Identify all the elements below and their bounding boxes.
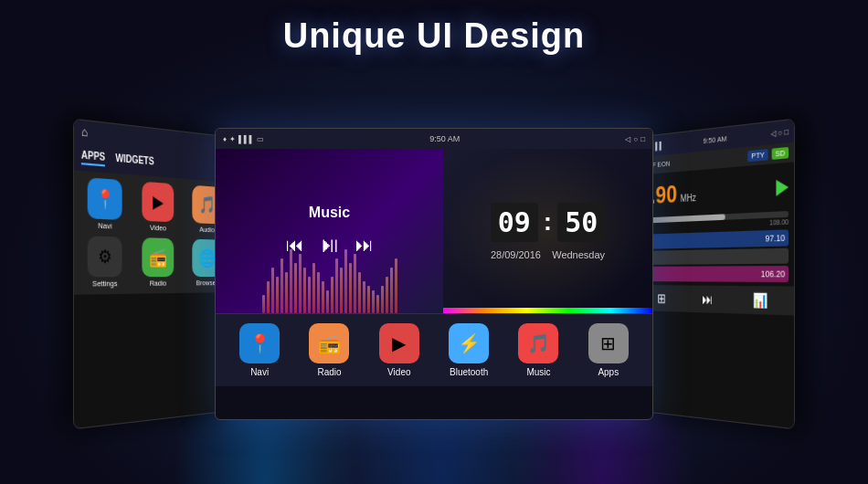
bottom-video-icon: ▶ bbox=[379, 323, 419, 363]
rewind-button[interactable]: ⏮ bbox=[286, 235, 304, 256]
location-icon: ♦ bbox=[223, 135, 227, 143]
clock-area: 09 : 50 28/09/2016 Wednesday bbox=[443, 149, 652, 313]
bottom-navi-icon: 📍 bbox=[239, 323, 280, 363]
station-item-2[interactable]: .90 bbox=[640, 248, 789, 265]
page-title: Unique UI Design bbox=[0, 16, 868, 56]
freq-unit: MHz bbox=[681, 193, 696, 205]
right-status-time: 9:50 AM bbox=[704, 133, 727, 144]
home-icon: ⌂ bbox=[81, 124, 88, 140]
app-radio[interactable]: 📻 Radio bbox=[134, 237, 181, 288]
right-content: ♦ ✦ ▌▌▌ 9:50 AM ◁ ○ □ ST AF EON PTY SD 8… bbox=[636, 120, 794, 428]
sd-badge: SD bbox=[772, 147, 789, 160]
right-screen: ♦ ✦ ▌▌▌ 9:50 AM ◁ ○ □ ST AF EON PTY SD 8… bbox=[635, 119, 795, 430]
bottom-video[interactable]: ▶ Video bbox=[379, 323, 419, 377]
bottom-radio-label: Radio bbox=[317, 367, 341, 377]
bottom-apps-icon: ⊞ bbox=[588, 323, 629, 363]
bottom-music-label: Music bbox=[526, 367, 550, 377]
bluetooth-status-icon: ✦ bbox=[229, 135, 236, 143]
left-screen: ⌂ APPS WIDGETS 📍 Navi ▶ Video 🎵 Audio ⚙ … bbox=[73, 119, 233, 430]
play-button[interactable] bbox=[776, 178, 789, 195]
color-lines bbox=[443, 308, 652, 313]
bottom-navi[interactable]: 📍 Navi bbox=[239, 323, 280, 377]
status-left-icons: ♦ ✦ ▌▌▌ ▭ bbox=[223, 135, 264, 143]
bottom-music-icon: 🎵 bbox=[518, 323, 558, 363]
nav-home[interactable]: ○ bbox=[633, 135, 638, 143]
station-freq-1: 97.10 bbox=[765, 233, 785, 244]
music-controls: ⏮ ⏯ ⏭ bbox=[286, 232, 374, 258]
right-bottom-bar: ⊞ ⏭ 📊 bbox=[636, 285, 794, 315]
bottom-bluetooth[interactable]: ⚡ Bluetooth bbox=[449, 323, 489, 377]
bottom-app-bar: 📍 Navi 📻 Radio ▶ Video ⚡ Bluetooth 🎵 Mus… bbox=[216, 313, 652, 386]
navi-label: Navi bbox=[98, 221, 111, 231]
radio-label: Radio bbox=[150, 279, 166, 288]
center-screen: ♦ ✦ ▌▌▌ ▭ 9:50 AM ◁ ○ □ bbox=[215, 128, 653, 420]
status-bar: ♦ ✦ ▌▌▌ ▭ 9:50 AM ◁ ○ □ bbox=[216, 129, 652, 149]
signal-icon: ▌▌▌ bbox=[238, 135, 254, 143]
eq-icon[interactable]: 📊 bbox=[753, 292, 767, 309]
app-settings[interactable]: ⚙ Settings bbox=[79, 236, 130, 289]
freq-max: 108.00 bbox=[769, 218, 789, 226]
play-pause-button[interactable]: ⏯ bbox=[319, 232, 341, 258]
pty-badge: PTY bbox=[748, 149, 768, 162]
grid-icon[interactable]: ⊞ bbox=[657, 290, 666, 306]
station-list: .20 97.10 .90 106.20 bbox=[636, 229, 794, 282]
music-title: Music bbox=[309, 205, 350, 221]
nav-menu[interactable]: □ bbox=[640, 135, 645, 143]
skip-icon[interactable]: ⏭ bbox=[703, 291, 714, 307]
clock-separator: : bbox=[544, 207, 552, 237]
right-nav: ◁ ○ □ bbox=[771, 127, 789, 138]
app-video[interactable]: ▶ Video bbox=[134, 181, 181, 233]
battery-icon: ▭ bbox=[257, 135, 264, 143]
day-value: Wednesday bbox=[552, 249, 605, 260]
bottom-bluetooth-icon: ⚡ bbox=[449, 323, 489, 363]
bottom-radio-icon: 📻 bbox=[309, 323, 349, 363]
app-navi[interactable]: 📍 Navi bbox=[79, 177, 130, 231]
center-main: Music ⏮ ⏯ ⏭ 09 : 50 28/09/2016 bbox=[216, 149, 652, 313]
bottom-music[interactable]: 🎵 Music bbox=[518, 323, 558, 377]
clock-display: 09 : 50 bbox=[491, 203, 606, 242]
video-label: Video bbox=[150, 223, 166, 232]
tab-apps[interactable]: APPS bbox=[81, 149, 105, 166]
audio-label: Audio bbox=[199, 226, 214, 235]
station-item-3[interactable]: 106.20 bbox=[640, 266, 789, 282]
clock-date: 28/09/2016 Wednesday bbox=[491, 249, 605, 260]
tab-widgets[interactable]: WIDGETS bbox=[115, 153, 153, 171]
settings-label: Settings bbox=[92, 279, 117, 288]
status-time: 9:50 AM bbox=[429, 134, 460, 143]
bottom-bluetooth-label: Bluetooth bbox=[450, 367, 488, 377]
nav-back[interactable]: ◁ bbox=[625, 135, 630, 143]
date-value: 28/09/2016 bbox=[491, 249, 541, 260]
clock-minutes: 50 bbox=[557, 203, 605, 242]
bottom-navi-label: Navi bbox=[250, 367, 269, 377]
clock-hours: 09 bbox=[491, 203, 538, 242]
station-freq-2: 106.20 bbox=[761, 268, 785, 279]
bottom-radio[interactable]: 📻 Radio bbox=[309, 323, 349, 377]
navi-icon: 📍 bbox=[88, 177, 122, 220]
fast-forward-button[interactable]: ⏭ bbox=[355, 235, 374, 256]
settings-icon: ⚙ bbox=[88, 236, 122, 277]
bottom-video-label: Video bbox=[387, 367, 410, 377]
station-item-1[interactable]: .20 97.10 bbox=[640, 229, 789, 249]
bottom-apps-label: Apps bbox=[598, 367, 619, 377]
screens-container: ⌂ APPS WIDGETS 📍 Navi ▶ Video 🎵 Audio ⚙ … bbox=[18, 82, 850, 466]
status-right-icons: ◁ ○ □ bbox=[625, 135, 645, 143]
music-player: Music ⏮ ⏯ ⏭ bbox=[216, 149, 443, 313]
video-icon: ▶ bbox=[142, 182, 174, 223]
bottom-apps[interactable]: ⊞ Apps bbox=[588, 323, 629, 377]
radio-icon: 📻 bbox=[142, 237, 174, 277]
app-grid: 📍 Navi ▶ Video 🎵 Audio ⚙ Settings 📻 Radi… bbox=[74, 170, 232, 294]
